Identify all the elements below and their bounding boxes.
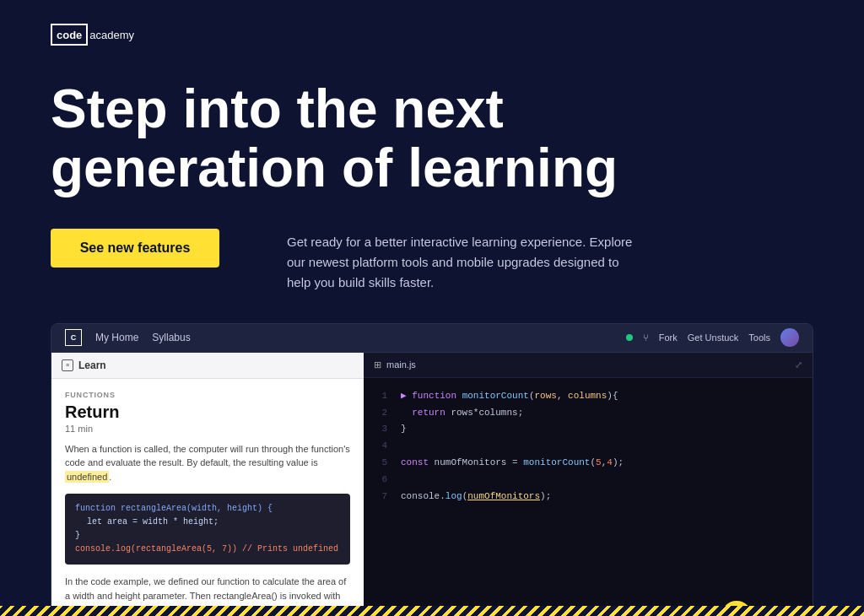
editor-line-7: 7 console.log(numOfMonitors);: [377, 489, 799, 505]
header: code academy: [0, 0, 864, 46]
editor-topbar: ⊞ main.js ⤢: [364, 353, 813, 378]
fork-button[interactable]: Fork: [659, 332, 678, 343]
code-line-4: console.log(rectangleArea(5, 7)) // Prin…: [75, 543, 340, 556]
lesson-description-1: When a function is called, the computer …: [65, 442, 350, 484]
lesson-body: FUNCTIONS Return 11 min When a function …: [51, 379, 364, 616]
file-icon: ⊞: [374, 359, 381, 370]
app-logo-letter: C: [71, 333, 77, 342]
tools-button[interactable]: Tools: [748, 332, 770, 343]
code-line-1: function rectangleArea(width, height) {: [75, 502, 340, 516]
hero-headline: Step into the next generation of learnin…: [51, 79, 624, 198]
editor-line-3: 3 }: [377, 421, 799, 438]
lesson-panel: ≡ Learn FUNCTIONS Return 11 min When a f…: [51, 353, 364, 616]
cta-button[interactable]: See new features: [51, 229, 219, 267]
editor-code-area[interactable]: 1 ▶ function monitorCount(rows, columns)…: [364, 378, 813, 616]
status-dot: [626, 334, 633, 341]
app-nav-syllabus[interactable]: Syllabus: [152, 332, 190, 343]
code-line-3: }: [75, 529, 340, 543]
logo: code academy: [51, 24, 134, 46]
editor-filename: main.js: [386, 359, 416, 370]
lesson-duration: 11 min: [65, 424, 350, 434]
lesson-category: FUNCTIONS: [65, 391, 350, 399]
app-preview: C My Home Syllabus ⑂ Fork Get Unstuck To…: [51, 323, 813, 616]
editor-panel: ⊞ main.js ⤢ 1 ▶ function monitorCount(ro…: [364, 353, 813, 616]
logo-box-text: code: [57, 29, 82, 41]
fork-icon: ⑂: [643, 332, 649, 343]
hero-section: Step into the next generation of learnin…: [0, 46, 864, 293]
undefined-highlight: undefined: [65, 471, 109, 483]
learn-icon: ≡: [62, 359, 73, 371]
hero-description: Get ready for a better interactive learn…: [287, 229, 641, 293]
stripe-decoration: [0, 606, 864, 616]
app-content: ≡ Learn FUNCTIONS Return 11 min When a f…: [51, 353, 813, 616]
user-avatar[interactable]: [780, 328, 799, 347]
app-nav-items: My Home Syllabus: [95, 332, 191, 343]
editor-line-6: 6: [377, 472, 799, 489]
app-topbar: C My Home Syllabus ⑂ Fork Get Unstuck To…: [51, 324, 813, 353]
learn-label: Learn: [78, 359, 106, 371]
editor-line-2: 2 return rows*columns;: [377, 405, 799, 422]
editor-line-4: 4: [377, 438, 799, 455]
hero-bottom: See new features Get ready for a better …: [51, 229, 813, 293]
editor-line-1: 1 ▶ function monitorCount(rows, columns)…: [377, 388, 799, 405]
app-topbar-right: ⑂ Fork Get Unstuck Tools: [626, 328, 799, 347]
app-logo-small: C: [65, 329, 82, 346]
editor-line-5: 5 const numOfMonitors = monitorCount(5,4…: [377, 455, 799, 472]
code-line-2: let area = width * height;: [75, 516, 340, 529]
lesson-title: Return: [65, 403, 350, 422]
code-example-block: function rectangleArea(width, height) { …: [65, 494, 350, 565]
app-nav-my-home[interactable]: My Home: [95, 332, 138, 343]
logo-suffix-text: academy: [89, 29, 134, 41]
lesson-header: ≡ Learn: [51, 353, 364, 379]
page-wrapper: code academy Step into the next generati…: [0, 0, 864, 616]
expand-icon[interactable]: ⤢: [795, 359, 802, 370]
get-unstuck-button[interactable]: Get Unstuck: [688, 332, 739, 343]
logo-box: code: [51, 24, 88, 46]
